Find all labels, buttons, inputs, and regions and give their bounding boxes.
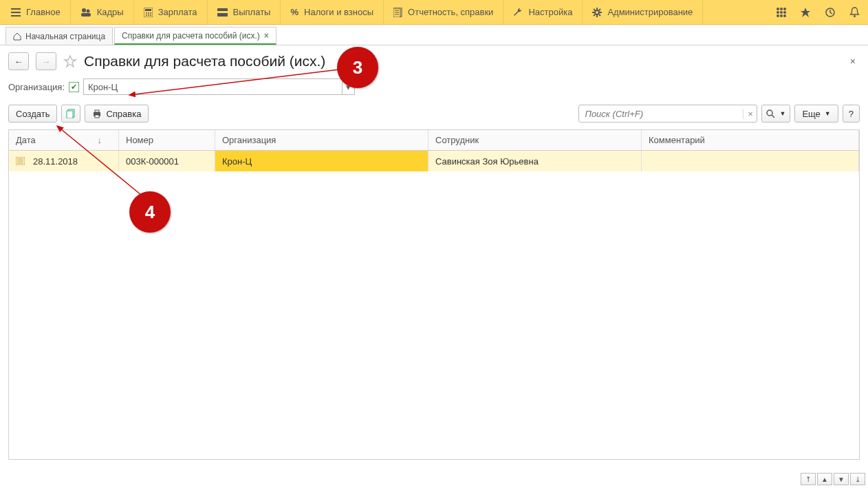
forward-button[interactable]: → [36,52,56,70]
close-icon[interactable]: × [264,31,269,41]
tab-bar: Начальная страница Справки для расчета п… [0,25,868,45]
menu-item-salary[interactable]: Зарплата [134,0,208,24]
gear-icon [592,8,602,17]
star-outline-icon[interactable] [63,54,77,68]
svg-rect-34 [67,111,73,118]
svg-line-39 [772,115,774,118]
back-button[interactable]: ← [8,52,29,70]
arrow-right-icon: → [42,56,51,67]
col-org[interactable]: Организация [215,130,428,150]
apps-button[interactable] [770,0,793,25]
create-button[interactable]: Создать [8,105,57,123]
menu-item-admin[interactable]: Администрирование [583,0,703,24]
svg-point-10 [150,12,151,14]
svg-rect-5 [81,13,91,17]
caret-down-icon: ▼ [838,476,845,483]
svg-point-4 [86,9,89,12]
tab-certificates[interactable]: Справки для расчета пособий (исх.) × [114,27,276,45]
main-menu: Главное Кадры Зарплата Выплаты % Налоги … [0,0,868,25]
help-button[interactable]: ? [843,105,860,123]
grid-scroll-buttons: ⤒ ▲ ▼ ⤓ [801,473,865,485]
burger-icon [11,8,21,17]
svg-rect-36 [95,110,99,112]
scroll-down-button[interactable]: ▼ [834,473,849,485]
favorites-button[interactable] [793,0,818,25]
document-icon [16,157,25,165]
svg-point-22 [777,8,779,10]
org-filter-label: Организация: [8,82,65,92]
clear-search-button[interactable]: × [743,109,757,119]
search-icon [766,109,775,118]
copy-button[interactable] [61,105,80,123]
tab-label: Начальная страница [25,32,105,41]
print-button[interactable]: Справка [85,105,149,123]
col-comment[interactable]: Комментарий [642,130,859,150]
search-input[interactable] [579,109,743,119]
svg-point-23 [780,8,783,10]
menu-item-reports[interactable]: Отчетность, справки [384,0,503,24]
svg-point-3 [82,8,86,12]
col-label: Комментарий [649,135,705,145]
menu-item-staff[interactable]: Кадры [71,0,134,24]
annotation-marker-4: 4 [129,191,171,233]
svg-point-24 [783,8,786,10]
menu-label: Отчетность, справки [408,7,493,17]
tab-label: Справки для расчета пособий (исх.) [122,31,260,41]
wrench-icon [513,8,523,17]
menu-label: Администрирование [607,7,693,17]
history-button[interactable] [818,0,843,25]
scroll-bottom-button[interactable]: ⤓ [850,473,865,485]
svg-point-29 [780,14,783,17]
col-label: Организация [222,135,276,145]
find-button[interactable]: ▼ [761,105,790,123]
svg-point-26 [780,11,783,14]
scroll-up-button[interactable]: ▲ [817,473,832,485]
close-form-button[interactable]: × [846,54,860,68]
svg-point-12 [148,14,149,16]
cell-employee: Савинская Зоя Юрьевна [435,156,539,167]
cell-date: 28.11.2018 [33,156,78,167]
percent-icon: % [290,7,299,17]
star-icon [800,7,811,18]
svg-point-25 [777,11,779,14]
svg-point-28 [777,14,779,17]
col-label: Номер [126,135,153,145]
col-label: Дата [16,135,36,145]
svg-rect-0 [11,8,21,10]
copy-icon [66,109,76,118]
history-icon [825,7,836,18]
menu-label: Выплаты [233,7,271,17]
menu-item-main[interactable]: Главное [1,0,71,24]
svg-point-30 [783,14,786,17]
search-box[interactable]: × [578,105,757,123]
grid-icon [777,8,786,17]
org-filter-input[interactable]: Крон-Ц ▾ [83,78,355,95]
scroll-top-button[interactable]: ⤒ [801,473,816,485]
menu-label: Налоги и взносы [304,7,373,17]
more-button[interactable]: Еще ▼ [794,105,838,123]
svg-point-11 [146,14,147,16]
caret-up-icon: ▲ [821,476,828,483]
bar-up-icon: ⤒ [805,476,811,483]
notifications-button[interactable] [843,0,867,25]
org-filter-checkbox[interactable]: ✔ [69,82,79,92]
more-label: Еще [802,109,820,119]
people-icon [80,8,91,17]
col-employee[interactable]: Сотрудник [428,130,642,150]
col-label: Сотрудник [435,135,479,145]
svg-rect-1 [11,12,21,13]
col-number[interactable]: Номер [119,130,215,150]
annotation-marker-3: 3 [337,47,378,88]
table-row[interactable]: 28.11.2018 003К-000001 Крон-Ц Савинская … [9,151,859,171]
col-date[interactable]: Дата ↓ [9,130,119,150]
svg-rect-7 [145,9,151,11]
printer-icon [92,109,102,118]
menu-item-payouts[interactable]: Выплаты [208,0,281,24]
bar-down-icon: ⤓ [855,476,860,483]
bell-icon [849,7,860,18]
menu-item-settings[interactable]: Настройка [503,0,583,24]
menu-label: Кадры [97,7,124,17]
menu-item-taxes[interactable]: % Налоги и взносы [281,0,384,24]
tab-home[interactable]: Начальная страница [6,27,113,45]
table-header: Дата ↓ Номер Организация Сотрудник Комме… [9,130,859,151]
